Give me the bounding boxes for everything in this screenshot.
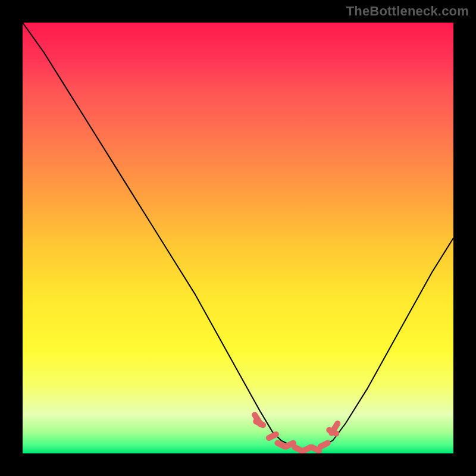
chart-container: TheBottleneck.com (0, 0, 476, 476)
chart-curve (23, 23, 453, 449)
highlight-markers (255, 415, 337, 450)
highlight-marker (269, 434, 276, 438)
highlight-marker (321, 443, 328, 447)
plot-area (23, 23, 453, 453)
chart-svg (23, 23, 453, 453)
watermark-text: TheBottleneck.com (346, 4, 469, 19)
